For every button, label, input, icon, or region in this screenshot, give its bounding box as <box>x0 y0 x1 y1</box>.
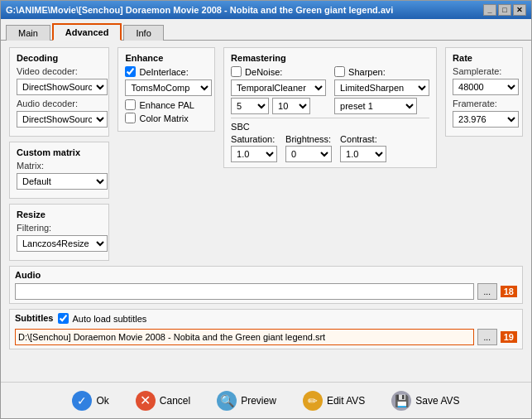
filtering-label: Filtering: <box>17 223 102 233</box>
audio-path-input[interactable] <box>15 283 474 300</box>
matrix-select[interactable]: Default Custom MPEG2 <box>17 173 108 190</box>
video-decoder-label: Video decoder: <box>17 66 102 76</box>
denoise-group: DeNoise: TemporalCleaner FluxSmoothT HQd… <box>231 66 326 114</box>
denoise-val2-select[interactable]: 1051520 <box>272 98 310 114</box>
preview-button[interactable]: 🔍 Preview <box>210 388 283 414</box>
cancel-icon: ✕ <box>136 391 156 411</box>
denoise-label: DeNoise: <box>245 67 282 77</box>
enhance-pal-label: Enhance PAL <box>139 100 194 110</box>
sharpen-select[interactable]: LimitedSharpen UnsharpMask Sharpen <box>334 79 429 96</box>
brightness-field: Brightness: 0-5510 <box>285 134 332 162</box>
title-bar-buttons: _ □ ✕ <box>483 4 526 16</box>
rate-label: Rate <box>453 53 515 63</box>
enhance-label: Enhance <box>125 53 208 63</box>
decoding-section: Decoding Video decoder: DirectShowSource… <box>9 47 109 137</box>
subtitles-path-input[interactable] <box>15 329 474 345</box>
color-matrix-checkbox[interactable] <box>125 113 136 123</box>
enhance-pal-checkbox[interactable] <box>125 99 136 110</box>
audio-decoder-field: Audio decoder: DirectShowSource LAV FFAu… <box>17 99 102 128</box>
brightness-select[interactable]: 0-5510 <box>285 146 332 162</box>
save-avs-label: Save AVS <box>415 395 459 407</box>
contrast-select[interactable]: 1.00.81.21.5 <box>340 146 386 162</box>
editavs-icon: ✏ <box>303 391 323 411</box>
preview-icon: 🔍 <box>217 391 237 411</box>
custom-matrix-label: Custom matrix <box>17 147 102 157</box>
audio-section: Audio ... 18 <box>9 266 523 304</box>
brightness-label: Brightness: <box>285 134 332 144</box>
edit-avs-label: Edit AVS <box>327 395 365 407</box>
edit-avs-button[interactable]: ✏ Edit AVS <box>296 388 371 414</box>
close-button[interactable]: ✕ <box>513 4 526 16</box>
denoise-checkbox[interactable] <box>231 66 242 77</box>
subtitles-label: Subtitles <box>15 313 53 323</box>
ok-label: Ok <box>96 395 108 407</box>
sharpen-preset-select[interactable]: preset 1preset 2preset 3 <box>334 98 417 114</box>
top-row: Decoding Video decoder: DirectShowSource… <box>9 47 523 261</box>
rate-section: Rate Samplerate: 48000441009600022050 Fr… <box>445 47 523 137</box>
audio-decoder-label: Audio decoder: <box>17 99 102 108</box>
contrast-label: Contrast: <box>340 134 386 144</box>
sharpen-row: Sharpen: <box>334 66 429 77</box>
preview-label: Preview <box>241 395 276 407</box>
maximize-button[interactable]: □ <box>498 4 511 16</box>
ok-button[interactable]: ✓ Ok <box>65 388 115 414</box>
subtitles-header: Subtitles Auto load subtitles <box>15 313 517 326</box>
filtering-field: Filtering: Lanczos4Resize BilinearResize… <box>17 223 102 252</box>
deinterlace-select[interactable]: TomsMoComp QTGMC Yadif <box>125 79 212 96</box>
sharpen-group: Sharpen: LimitedSharpen UnsharpMask Shar… <box>334 66 429 114</box>
enhance-section: Enhance DeInterlace: TomsMoComp QTGMC Ya… <box>117 47 215 132</box>
filtering-select[interactable]: Lanczos4Resize BilinearResize BicubicRes… <box>17 235 108 252</box>
sbc-label: SBC <box>231 122 429 132</box>
contrast-field: Contrast: 1.00.81.21.5 <box>340 134 386 162</box>
resize-section: Resize Filtering: Lanczos4Resize Bilinea… <box>9 204 109 261</box>
saturation-label: Saturation: <box>231 134 277 144</box>
framerate-select[interactable]: 23.976242529.9730 <box>453 111 519 128</box>
ok-icon: ✓ <box>72 391 92 411</box>
denoise-row: DeNoise: <box>231 66 326 77</box>
subtitles-badge: 19 <box>501 331 517 343</box>
sbc-section: SBC Saturation: 1.00.81.21.5 Brightness:… <box>231 118 429 162</box>
minimize-button[interactable]: _ <box>483 4 496 16</box>
matrix-field: Matrix: Default Custom MPEG2 <box>17 161 102 190</box>
denoise-val1-select[interactable]: 53710 <box>231 98 269 114</box>
tab-advanced[interactable]: Advanced <box>52 23 122 41</box>
deinterlace-row: DeInterlace: <box>125 66 208 77</box>
audio-input-row: ... 18 <box>15 283 517 300</box>
custom-matrix-section: Custom matrix Matrix: Default Custom MPE… <box>9 142 109 199</box>
subtitles-browse-button[interactable]: ... <box>477 329 497 345</box>
cancel-label: Cancel <box>160 395 190 407</box>
main-window: G:\ANIME\Movie\[Senchou] Doraemon Movie … <box>0 0 532 419</box>
auto-load-label: Auto load subtitles <box>72 314 146 324</box>
audio-badge: 18 <box>501 286 517 297</box>
deinterlace-checkbox[interactable] <box>125 66 136 77</box>
denoise-value-row: 53710 1051520 <box>231 98 326 114</box>
sharpen-checkbox[interactable] <box>334 66 345 77</box>
sharpen-label: Sharpen: <box>348 67 386 77</box>
denoise-select[interactable]: TemporalCleaner FluxSmoothT HQdn3d <box>231 79 326 96</box>
audio-decoder-select[interactable]: DirectShowSource LAV FFAudioSource <box>17 111 108 128</box>
subtitles-section: Subtitles Auto load subtitles ... 19 <box>9 309 523 349</box>
audio-browse-button[interactable]: ... <box>477 283 497 300</box>
auto-load-row: Auto load subtitles <box>58 313 146 324</box>
samplerate-select[interactable]: 48000441009600022050 <box>453 79 519 95</box>
bottom-sections: Audio ... 18 Subtitles Auto load subtitl… <box>9 266 523 349</box>
saturation-select[interactable]: 1.00.81.21.5 <box>231 146 277 162</box>
save-avs-button[interactable]: 💾 Save AVS <box>385 388 466 414</box>
remastering-label: Remastering <box>231 53 429 63</box>
tab-info[interactable]: Info <box>123 25 163 41</box>
video-decoder-select[interactable]: DirectShowSource DXVA2 LAV <box>17 79 108 95</box>
framerate-label: Framerate: <box>453 99 515 108</box>
title-bar: G:\ANIME\Movie\[Senchou] Doraemon Movie … <box>1 1 531 19</box>
auto-load-checkbox[interactable] <box>58 313 69 324</box>
subtitles-input-row: ... 19 <box>15 329 517 345</box>
audio-label: Audio <box>15 270 517 280</box>
cancel-button[interactable]: ✕ Cancel <box>129 388 197 414</box>
samplerate-field: Samplerate: 48000441009600022050 <box>453 66 515 95</box>
tabs-bar: Main Advanced Info <box>1 19 531 41</box>
sharpen-preset-row: preset 1preset 2preset 3 <box>334 98 429 114</box>
color-matrix-row: Color Matrix <box>125 113 208 123</box>
resize-label: Resize <box>17 210 102 219</box>
video-decoder-field: Video decoder: DirectShowSource DXVA2 LA… <box>17 66 102 95</box>
window-title: G:\ANIME\Movie\[Senchou] Doraemon Movie … <box>6 5 393 15</box>
tab-main[interactable]: Main <box>6 25 50 41</box>
